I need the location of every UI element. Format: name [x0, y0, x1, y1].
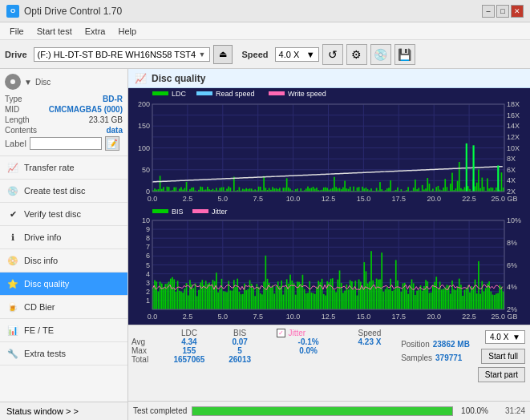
sidebar-item-disc-quality[interactable]: ⭐ Disc quality — [0, 273, 127, 296]
menu-start-test[interactable]: Start test — [30, 25, 79, 38]
content-area: 📈 Disc quality LDC BIS — [128, 69, 530, 420]
position-label: Position — [401, 340, 430, 349]
label-input[interactable] — [30, 137, 102, 150]
start-part-button[interactable]: Start part — [478, 367, 525, 382]
top-chart — [128, 88, 530, 206]
actions-area: 4.0 X ▼ Start full Start part — [476, 329, 527, 384]
disc-quality-header-icon: 📈 — [135, 73, 147, 84]
stats-table-container: LDC BIS ✓ Jitter Speed — [131, 329, 394, 364]
app-icon: O — [6, 5, 19, 18]
close-button[interactable]: ✕ — [511, 5, 524, 18]
speed-combo-arrow: ▼ — [512, 333, 520, 341]
disc-icon — [5, 74, 21, 90]
minimize-button[interactable]: – — [482, 5, 495, 18]
sidebar-item-create-test-disc[interactable]: 💿 Create test disc — [0, 180, 127, 203]
progress-time: 31:24 — [493, 406, 525, 415]
refresh-button[interactable]: ↺ — [322, 44, 343, 65]
status-text: Test completed — [133, 406, 187, 415]
avg-bis: 0.07 — [219, 337, 261, 346]
speed-dropdown-arrow: ▼ — [306, 50, 315, 59]
ldc-header: LDC — [160, 329, 219, 337]
settings-button[interactable]: ⚙ — [346, 44, 367, 65]
jitter-checkbox[interactable]: ✓ — [277, 329, 285, 337]
start-full-button[interactable]: Start full — [481, 349, 525, 364]
mid-label: MID — [5, 105, 19, 114]
verify-test-disc-icon: ✔ — [6, 208, 19, 220]
jitter-label: Jitter — [288, 329, 305, 337]
sidebar-item-drive-info[interactable]: ℹ Drive info — [0, 226, 127, 249]
bis-header: BIS — [219, 329, 261, 337]
charts-area — [128, 88, 530, 325]
cd-bier-icon: 🍺 — [6, 301, 19, 313]
maximize-button[interactable]: □ — [496, 5, 509, 18]
disc-panel-label: Disc — [35, 78, 51, 87]
disc-quality-icon: ⭐ — [6, 277, 19, 290]
speed-label: Speed — [242, 50, 269, 59]
avg-label: Avg — [131, 337, 160, 346]
avg-ldc: 4.34 — [160, 337, 219, 346]
drive-label: Drive — [5, 50, 27, 59]
save-button[interactable]: 💾 — [394, 44, 415, 65]
max-jitter: 0.0% — [272, 346, 344, 355]
total-label: Total — [131, 355, 160, 364]
total-ldc: 1657065 — [160, 355, 219, 364]
sidebar-item-verify-test-disc[interactable]: ✔ Verify test disc — [0, 203, 127, 226]
length-value: 23.31 GB — [89, 115, 123, 124]
stats-area: LDC BIS ✓ Jitter Speed — [128, 325, 530, 401]
contents-label: Contents — [5, 126, 37, 135]
sidebar-item-cd-bier[interactable]: 🍺 CD Bier — [0, 296, 127, 319]
avg-jitter: -0.1% — [272, 337, 344, 346]
label-edit-button[interactable]: 📝 — [105, 136, 119, 151]
main-area: ▼ Disc Type BD-R MID CMCMAGBA5 (000) Len… — [0, 69, 530, 420]
toolbar: Drive (F:) HL-DT-ST BD-RE WH16NS58 TST4 … — [0, 40, 530, 69]
max-ldc: 155 — [160, 346, 219, 355]
disc-panel-collapse[interactable]: ▼ — [24, 78, 32, 87]
total-bis: 26013 — [219, 355, 261, 364]
progress-bar-area: Test completed 100.0% 31:24 — [128, 401, 530, 420]
sidebar: ▼ Disc Type BD-R MID CMCMAGBA5 (000) Len… — [0, 69, 128, 420]
max-bis: 5 — [219, 346, 261, 355]
drive-info-icon: ℹ — [6, 231, 19, 244]
type-value: BD-R — [103, 95, 123, 103]
samples-label: Samples — [401, 353, 432, 362]
speed-value: 4.0 X — [279, 50, 300, 59]
fe-te-icon: 📊 — [6, 324, 19, 337]
eject-button[interactable]: ⏏ — [213, 45, 233, 64]
length-label: Length — [5, 115, 30, 124]
disc-panel: ▼ Disc Type BD-R MID CMCMAGBA5 (000) Len… — [0, 69, 127, 156]
menu-extra[interactable]: Extra — [79, 25, 112, 38]
speed-selector[interactable]: 4.0 X ▼ — [275, 47, 319, 62]
status-window[interactable]: Status window > > — [0, 402, 127, 420]
progress-percent: 100.0% — [458, 406, 488, 415]
bottom-chart — [128, 206, 530, 324]
sidebar-item-extra-tests[interactable]: 🔧 Extra tests — [0, 342, 127, 365]
progress-bar-track — [192, 406, 453, 416]
menu-help[interactable]: Help — [111, 25, 143, 38]
window-controls: – □ ✕ — [482, 5, 524, 18]
sidebar-item-disc-info[interactable]: 📀 Disc info — [0, 249, 127, 273]
contents-value: data — [106, 126, 123, 135]
transfer-rate-icon: 📈 — [6, 161, 19, 174]
mid-value: CMCMAGBA5 (000) — [49, 105, 123, 114]
drive-selector[interactable]: (F:) HL-DT-ST BD-RE WH16NS58 TST4 ▼ — [34, 47, 210, 62]
samples-value: 379771 — [435, 353, 462, 362]
avg-speed: 4.23 X — [345, 337, 394, 346]
position-samples: Position 23862 MB Samples 379771 — [396, 329, 475, 362]
speed-combo-box[interactable]: 4.0 X ▼ — [485, 330, 525, 344]
create-test-disc-icon: 💿 — [6, 184, 19, 197]
speed-combo-value: 4.0 X — [490, 333, 508, 341]
menu-bar: File Start test Extra Help — [0, 22, 530, 40]
sidebar-item-transfer-rate[interactable]: 📈 Transfer rate — [0, 156, 127, 180]
disc-quality-header: 📈 Disc quality — [128, 69, 530, 88]
app-title: Opti Drive Control 1.70 — [24, 6, 122, 17]
disc-info-icon: 📀 — [6, 254, 19, 267]
disc-quality-title: Disc quality — [152, 73, 205, 84]
label-label: Label — [5, 139, 26, 148]
position-value: 23862 MB — [433, 340, 470, 349]
sidebar-item-fe-te[interactable]: 📊 FE / TE — [0, 319, 127, 342]
progress-bar-fill — [192, 407, 452, 415]
menu-file[interactable]: File — [3, 25, 30, 38]
speed-header: Speed — [345, 329, 394, 337]
nav-items: 📈 Transfer rate 💿 Create test disc ✔ Ver… — [0, 156, 127, 402]
disc-button[interactable]: 💿 — [370, 44, 391, 65]
